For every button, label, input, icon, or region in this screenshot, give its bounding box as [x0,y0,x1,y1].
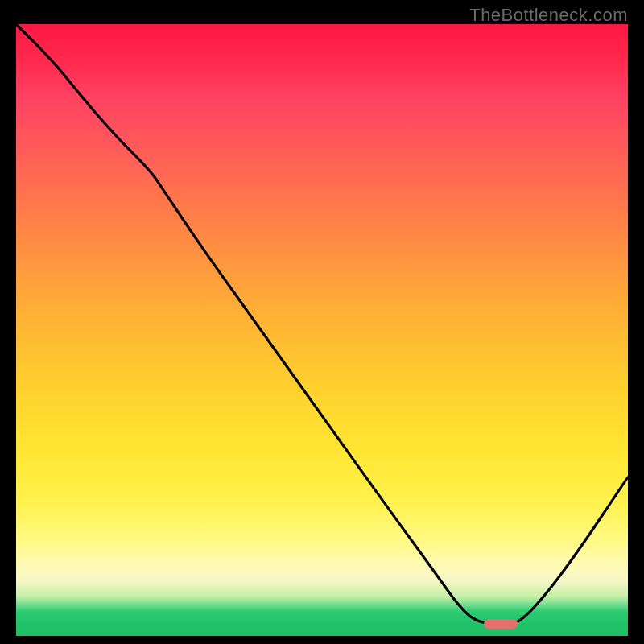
optimal-marker [484,619,518,629]
bottleneck-curve [16,24,628,636]
watermark-text: TheBottleneck.com [469,5,628,26]
chart-frame [16,24,628,636]
